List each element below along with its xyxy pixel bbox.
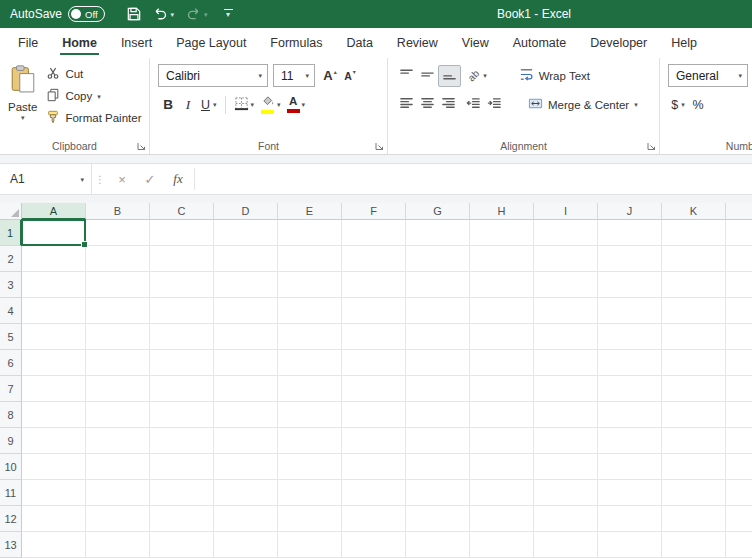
number-format-combo[interactable]: General ▾ xyxy=(668,64,748,87)
cell-d13[interactable] xyxy=(214,532,278,558)
cell-c13[interactable] xyxy=(150,532,214,558)
cell-g2[interactable] xyxy=(406,246,470,272)
cell-f5[interactable] xyxy=(342,324,406,350)
row-header-6[interactable]: 6 xyxy=(0,350,22,376)
cell-j7[interactable] xyxy=(598,376,662,402)
cell-b10[interactable] xyxy=(86,454,150,480)
cell-h7[interactable] xyxy=(470,376,534,402)
cell-c7[interactable] xyxy=(150,376,214,402)
cell-h8[interactable] xyxy=(470,402,534,428)
row-header-13[interactable]: 13 xyxy=(0,532,22,558)
column-header-k[interactable]: K xyxy=(662,203,726,220)
row-header-9[interactable]: 9 xyxy=(0,428,22,454)
cell-c8[interactable] xyxy=(150,402,214,428)
cell-g9[interactable] xyxy=(406,428,470,454)
name-box[interactable]: A1 ▾ xyxy=(0,164,92,194)
cell-h12[interactable] xyxy=(470,506,534,532)
increase-indent-button[interactable] xyxy=(484,94,505,116)
row-header-12[interactable]: 12 xyxy=(0,506,22,532)
cell-e5[interactable] xyxy=(278,324,342,350)
cell-e3[interactable] xyxy=(278,272,342,298)
row-header-2[interactable]: 2 xyxy=(0,246,22,272)
cell-k9[interactable] xyxy=(662,428,726,454)
cell-i10[interactable] xyxy=(534,454,598,480)
cell-b9[interactable] xyxy=(86,428,150,454)
cell-j10[interactable] xyxy=(598,454,662,480)
cell-d7[interactable] xyxy=(214,376,278,402)
column-header-h[interactable]: H xyxy=(470,203,534,220)
cell-i5[interactable] xyxy=(534,324,598,350)
cell-f3[interactable] xyxy=(342,272,406,298)
cell-h2[interactable] xyxy=(470,246,534,272)
cell-c6[interactable] xyxy=(150,350,214,376)
cell-c2[interactable] xyxy=(150,246,214,272)
cell-g12[interactable] xyxy=(406,506,470,532)
cell-j2[interactable] xyxy=(598,246,662,272)
cell-g13[interactable] xyxy=(406,532,470,558)
cell-i2[interactable] xyxy=(534,246,598,272)
cell-g6[interactable] xyxy=(406,350,470,376)
accounting-format-button[interactable]: $ ▾ xyxy=(668,94,688,116)
row-header-7[interactable]: 7 xyxy=(0,376,22,402)
cell-h5[interactable] xyxy=(470,324,534,350)
cell-f1[interactable] xyxy=(342,220,406,246)
cell-k6[interactable] xyxy=(662,350,726,376)
cell-b12[interactable] xyxy=(86,506,150,532)
row-header-11[interactable]: 11 xyxy=(0,480,22,506)
cell-g7[interactable] xyxy=(406,376,470,402)
column-header-g[interactable]: G xyxy=(406,203,470,220)
cell-j13[interactable] xyxy=(598,532,662,558)
align-center-button[interactable] xyxy=(417,94,438,116)
cell-e13[interactable] xyxy=(278,532,342,558)
font-size-combo[interactable]: 11 ▾ xyxy=(273,64,315,87)
cell-i6[interactable] xyxy=(534,350,598,376)
cell-i8[interactable] xyxy=(534,402,598,428)
cell-a2[interactable] xyxy=(22,246,86,272)
cell-k4[interactable] xyxy=(662,298,726,324)
cell-g5[interactable] xyxy=(406,324,470,350)
cell-a6[interactable] xyxy=(22,350,86,376)
cell-b1[interactable] xyxy=(86,220,150,246)
cell-g11[interactable] xyxy=(406,480,470,506)
cell-b6[interactable] xyxy=(86,350,150,376)
cell-k7[interactable] xyxy=(662,376,726,402)
select-all-corner[interactable] xyxy=(0,203,22,220)
cell-e4[interactable] xyxy=(278,298,342,324)
cell-f8[interactable] xyxy=(342,402,406,428)
cancel-button[interactable]: × xyxy=(108,164,136,194)
cell-d10[interactable] xyxy=(214,454,278,480)
cell-k3[interactable] xyxy=(662,272,726,298)
cell-d6[interactable] xyxy=(214,350,278,376)
cell-k1[interactable] xyxy=(662,220,726,246)
cell-d4[interactable] xyxy=(214,298,278,324)
cell-f10[interactable] xyxy=(342,454,406,480)
cell-c11[interactable] xyxy=(150,480,214,506)
cell-c1[interactable] xyxy=(150,220,214,246)
cell-j1[interactable] xyxy=(598,220,662,246)
cell-d11[interactable] xyxy=(214,480,278,506)
tab-review[interactable]: Review xyxy=(385,28,450,58)
cell-b3[interactable] xyxy=(86,272,150,298)
tab-help[interactable]: Help xyxy=(659,28,709,58)
cell-e2[interactable] xyxy=(278,246,342,272)
customize-quick-access-button[interactable]: ▾ xyxy=(224,9,233,19)
cell-d3[interactable] xyxy=(214,272,278,298)
cell-h4[interactable] xyxy=(470,298,534,324)
cell-e11[interactable] xyxy=(278,480,342,506)
cell-a12[interactable] xyxy=(22,506,86,532)
cell-a5[interactable] xyxy=(22,324,86,350)
align-top-button[interactable] xyxy=(396,65,417,87)
tab-file[interactable]: File xyxy=(6,28,50,58)
increase-font-size-button[interactable]: A▴ xyxy=(320,65,340,87)
cell-f7[interactable] xyxy=(342,376,406,402)
tab-home[interactable]: Home xyxy=(50,28,109,58)
column-header-f[interactable]: F xyxy=(342,203,406,220)
copy-button[interactable]: Copy ▾ xyxy=(43,85,144,107)
column-header-c[interactable]: C xyxy=(150,203,214,220)
enter-button[interactable]: ✓ xyxy=(136,164,164,194)
tab-automate[interactable]: Automate xyxy=(501,28,579,58)
cell-a8[interactable] xyxy=(22,402,86,428)
orientation-button[interactable]: ab ▾ xyxy=(465,65,490,87)
cell-k13[interactable] xyxy=(662,532,726,558)
cell-e9[interactable] xyxy=(278,428,342,454)
